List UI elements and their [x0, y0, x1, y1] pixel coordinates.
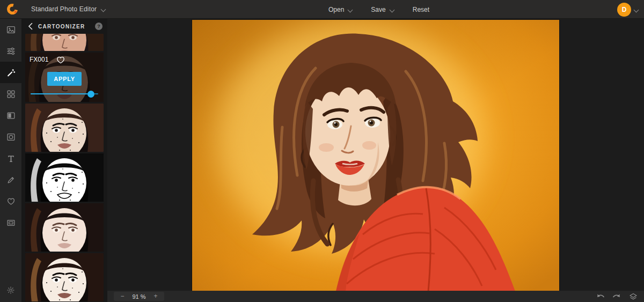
intensity-slider[interactable] [31, 91, 98, 97]
save-label: Save [371, 6, 385, 13]
colorcinch-c-icon [6, 3, 18, 15]
panel-header: CARTOONIZER ? [21, 19, 107, 34]
grid-icon [6, 90, 16, 99]
sidebar-item-effects[interactable] [0, 62, 21, 83]
sidebar-item-draw[interactable] [0, 169, 21, 190]
pencil-icon [6, 175, 16, 185]
heart-icon [25, 56, 100, 64]
zoom-out-button[interactable]: − [116, 292, 129, 301]
top-bar: Standard Photo Editor Open Save Reset D [0, 0, 644, 19]
frame-icon [6, 218, 16, 227]
top-menu: Open Save Reset [328, 0, 429, 19]
apply-button[interactable]: APPLY [47, 72, 82, 86]
sidebar-item-settings[interactable] [0, 278, 21, 302]
chevron-down-icon [390, 8, 394, 12]
user-avatar: D [617, 3, 631, 17]
chevron-down-icon [348, 8, 353, 12]
redo-button[interactable] [612, 293, 621, 300]
slider-fill [31, 93, 91, 94]
zoom-control: − 91 % + [114, 292, 164, 301]
adjustments-icon [6, 47, 16, 56]
magic-wand-icon [6, 68, 16, 77]
sidebar-item-adjust[interactable] [0, 40, 21, 62]
heart-icon [6, 197, 16, 206]
thumbnail-art [25, 34, 104, 51]
open-button[interactable]: Open [328, 6, 353, 13]
chevron-down-icon [101, 7, 106, 11]
sidebar-item-image[interactable] [0, 19, 21, 40]
text-icon [6, 154, 16, 163]
redo-icon [612, 293, 621, 300]
save-button[interactable]: Save [371, 6, 394, 13]
zoom-in-button[interactable]: + [149, 292, 162, 301]
zoom-level: 91 % [129, 293, 149, 300]
filter-thumb-fx001-selected[interactable]: FX001 [25, 53, 104, 102]
filter-thumb-bright-sketch[interactable] [25, 253, 104, 301]
history-controls [596, 292, 638, 301]
status-bar: − 91 % + [107, 291, 644, 302]
filter-thumb-smooth-cartoon[interactable] [25, 203, 104, 252]
thumbnail-art [25, 153, 104, 202]
reset-button[interactable]: Reset [413, 6, 429, 13]
cartoonizer-panel: CARTOONIZER ? FX001 [21, 19, 107, 302]
panel-title: CARTOONIZER [38, 24, 91, 30]
editor-mode-label: Standard Photo Editor [31, 5, 97, 13]
sidebar-item-masks[interactable] [0, 126, 21, 148]
sidebar-spacer [0, 233, 21, 278]
gear-icon [6, 286, 15, 294]
open-label: Open [328, 6, 344, 13]
card-icons [25, 56, 100, 64]
thumbnail-art [25, 203, 104, 252]
filter-thumb-original[interactable] [25, 34, 104, 51]
cartoonized-portrait [192, 20, 559, 291]
thumbnail-art [25, 104, 104, 152]
back-button[interactable] [26, 23, 34, 30]
filter-thumbnail-list: FX001 [25, 34, 104, 302]
layers-button[interactable] [629, 292, 638, 301]
thumbnail-art [25, 253, 104, 301]
sidebar-item-filters[interactable] [0, 83, 21, 105]
slider-knob[interactable] [87, 91, 94, 98]
account-menu[interactable]: D [617, 0, 639, 19]
chevron-down-icon [634, 8, 639, 12]
split-panel-icon [6, 111, 16, 120]
undo-icon [596, 293, 605, 300]
mask-icon [6, 132, 16, 142]
sidebar-item-overlays[interactable] [0, 105, 21, 126]
sidebar-item-favorites[interactable] [0, 190, 21, 212]
reset-label: Reset [413, 6, 429, 13]
canvas-area [107, 19, 644, 291]
undo-button[interactable] [596, 293, 605, 300]
workspace: − 91 % + [107, 19, 644, 302]
filter-thumb-high-contrast-bw[interactable] [25, 153, 104, 202]
favorite-button[interactable] [25, 56, 100, 64]
sidebar-item-text[interactable] [0, 148, 21, 169]
help-button[interactable]: ? [95, 23, 103, 30]
canvas-image[interactable] [192, 20, 559, 291]
filter-thumb-ink-sketch[interactable] [25, 104, 104, 152]
tool-sidebar [0, 19, 21, 302]
sidebar-item-frames[interactable] [0, 212, 21, 233]
app-logo[interactable] [0, 3, 25, 15]
image-icon [6, 25, 16, 34]
chevron-left-icon [28, 23, 33, 30]
editor-mode-select[interactable]: Standard Photo Editor [31, 5, 106, 13]
photo-editor-app: Standard Photo Editor Open Save Reset D [0, 0, 644, 302]
layers-icon [629, 292, 638, 301]
